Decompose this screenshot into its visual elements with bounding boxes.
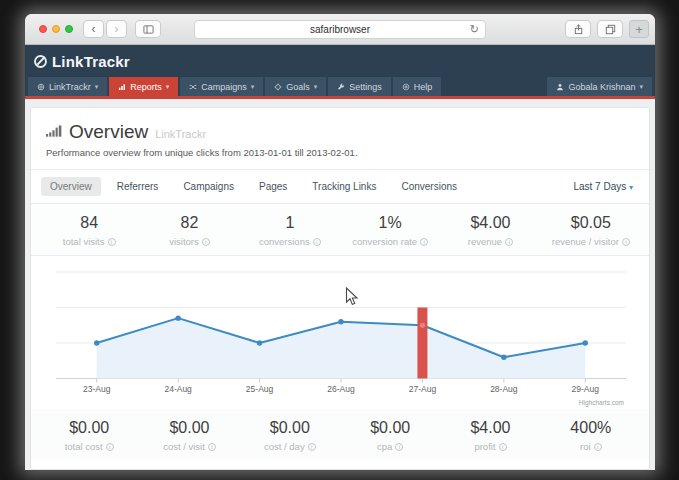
stat-value: 400% — [541, 418, 641, 438]
svg-text:26-Aug: 26-Aug — [327, 384, 355, 394]
info-icon[interactable]: i — [420, 238, 428, 246]
info-icon[interactable]: i — [395, 443, 403, 451]
share-icon — [573, 24, 584, 35]
page-subtitle: Performance overview from unique clicks … — [46, 147, 634, 158]
stat-value: 82 — [139, 213, 239, 233]
nav-item-settings[interactable]: Settings — [328, 77, 391, 96]
nav-item-label: Reports — [130, 82, 162, 92]
report-tabs: OverviewReferrersCampaignsPagesTracking … — [31, 170, 649, 204]
chevron-down-icon: ▾ — [629, 183, 633, 192]
svg-text:27-Aug: 27-Aug — [409, 384, 437, 394]
svg-text:23-Aug: 23-Aug — [83, 384, 111, 394]
forward-button[interactable]: › — [106, 20, 127, 38]
info-icon[interactable]: i — [308, 443, 316, 451]
info-icon[interactable]: i — [499, 443, 507, 451]
stat-profit: $4.00profiti — [440, 418, 540, 452]
page-background: Overview LinkTrackr Performance overview… — [25, 99, 655, 470]
svg-text:24-Aug: 24-Aug — [164, 384, 192, 394]
info-icon[interactable]: i — [208, 443, 216, 451]
reload-icon[interactable]: ↻ — [470, 23, 479, 36]
user-icon — [556, 83, 564, 91]
stat-visitors: 82visitorsi — [139, 213, 239, 247]
nav-item-label: LinkTrackr — [49, 82, 91, 92]
stat-label: conversion ratei — [340, 236, 440, 247]
info-icon[interactable]: i — [106, 443, 114, 451]
page-head: Overview LinkTrackr Performance overview… — [31, 108, 649, 170]
info-icon[interactable]: i — [313, 238, 321, 246]
stat-label: profiti — [440, 441, 540, 452]
info-icon[interactable]: i — [622, 238, 630, 246]
stats-row-bottom: $0.00total costi$0.00cost / visiti$0.00c… — [31, 409, 649, 460]
chevron-down-icon: ▾ — [639, 83, 643, 91]
stat-value: 84 — [39, 213, 139, 233]
info-icon[interactable]: i — [594, 443, 602, 451]
sidebar-toggle-button[interactable] — [135, 20, 161, 38]
chart-section: 23-Aug24-Aug25-Aug26-Aug27-Aug28-Aug29-A… — [31, 256, 649, 409]
date-range-label: Last 7 Days — [573, 181, 626, 192]
nav-item-linktrackr[interactable]: LinkTrackr▾ — [28, 77, 107, 96]
stat-value: $4.00 — [440, 213, 540, 233]
stat-cost-visit: $0.00cost / visiti — [139, 418, 239, 452]
zoom-window-button[interactable] — [65, 25, 73, 33]
area-chart-svg: 23-Aug24-Aug25-Aug26-Aug27-Aug28-Aug29-A… — [56, 261, 626, 403]
info-icon[interactable]: i — [505, 238, 513, 246]
chart-credit: Highcharts.com — [579, 399, 624, 406]
page-title: Overview — [69, 121, 148, 143]
stat-label: revenue / visitori — [541, 236, 641, 247]
tab-conversions[interactable]: Conversions — [392, 177, 466, 196]
toolbar-right-group: + — [565, 20, 649, 38]
nav-user-menu[interactable]: Gobala Krishnan▾ — [547, 77, 652, 96]
safari-window: ‹ › safaribrowser ↻ + LinkTrackr LinkTra… — [25, 14, 655, 470]
report-card: Overview LinkTrackr Performance overview… — [30, 107, 650, 470]
app-logo[interactable]: LinkTrackr — [33, 53, 130, 70]
close-window-button[interactable] — [39, 25, 47, 33]
share-button[interactable] — [565, 20, 591, 38]
sidebar-icon — [143, 24, 154, 35]
nav-item-label: Goals — [286, 82, 310, 92]
nav-item-reports[interactable]: Reports▾ — [109, 77, 178, 96]
stat-label: cpai — [340, 441, 440, 452]
address-bar[interactable]: safaribrowser ↻ — [194, 20, 486, 39]
stat-cost-day: $0.00cost / dayi — [240, 418, 340, 452]
date-range-dropdown[interactable]: Last 7 Days ▾ — [573, 181, 639, 192]
info-icon[interactable]: i — [202, 238, 210, 246]
page-title-suffix: LinkTrackr — [155, 128, 206, 140]
chevron-down-icon: ▾ — [166, 83, 170, 91]
svg-text:29-Aug: 29-Aug — [572, 384, 600, 394]
help-icon — [402, 83, 410, 91]
target-icon — [274, 83, 282, 91]
stat-label: cost / visiti — [139, 441, 239, 452]
info-icon[interactable]: i — [108, 238, 116, 246]
overview-chart-icon — [46, 124, 62, 138]
chevron-down-icon: ▾ — [314, 83, 318, 91]
tabs-icon — [605, 24, 616, 35]
tab-tracking-links[interactable]: Tracking Links — [303, 177, 385, 196]
stat-value: $0.00 — [340, 418, 440, 438]
minimize-window-button[interactable] — [52, 25, 60, 33]
stat-label: cost / dayi — [240, 441, 340, 452]
tab-campaigns[interactable]: Campaigns — [174, 177, 243, 196]
nav-item-goals[interactable]: Goals▾ — [265, 77, 326, 96]
nav-item-campaigns[interactable]: Campaigns▾ — [180, 77, 263, 96]
app-logo-text: LinkTrackr — [52, 53, 130, 70]
tab-referrers[interactable]: Referrers — [108, 177, 168, 196]
tab-pages[interactable]: Pages — [250, 177, 296, 196]
browser-toolbar: ‹ › safaribrowser ↻ + — [25, 14, 655, 45]
tab-overview[interactable]: Overview — [41, 177, 101, 196]
desktop-background: ‹ › safaribrowser ↻ + LinkTrackr LinkTra… — [0, 0, 679, 480]
stat-total-cost: $0.00total costi — [39, 418, 139, 452]
chevron-down-icon: ▾ — [251, 83, 255, 91]
window-controls — [39, 25, 73, 33]
show-tabs-button[interactable] — [597, 20, 623, 38]
stat-conversions: 1conversionsi — [240, 213, 340, 247]
stat-value: $0.00 — [39, 418, 139, 438]
globe-icon — [37, 83, 45, 91]
visits-area-chart[interactable]: 23-Aug24-Aug25-Aug26-Aug27-Aug28-Aug29-A… — [56, 261, 626, 407]
stat-label: visitorsi — [139, 236, 239, 247]
back-button[interactable]: ‹ — [83, 20, 104, 38]
stat-total-visits: 84total visitsi — [39, 213, 139, 247]
nav-item-help[interactable]: Help — [393, 77, 442, 96]
new-tab-button[interactable]: + — [629, 20, 649, 38]
stats-row-top: 84total visitsi82visitorsi1conversionsi1… — [31, 204, 649, 256]
svg-text:28-Aug: 28-Aug — [490, 384, 518, 394]
